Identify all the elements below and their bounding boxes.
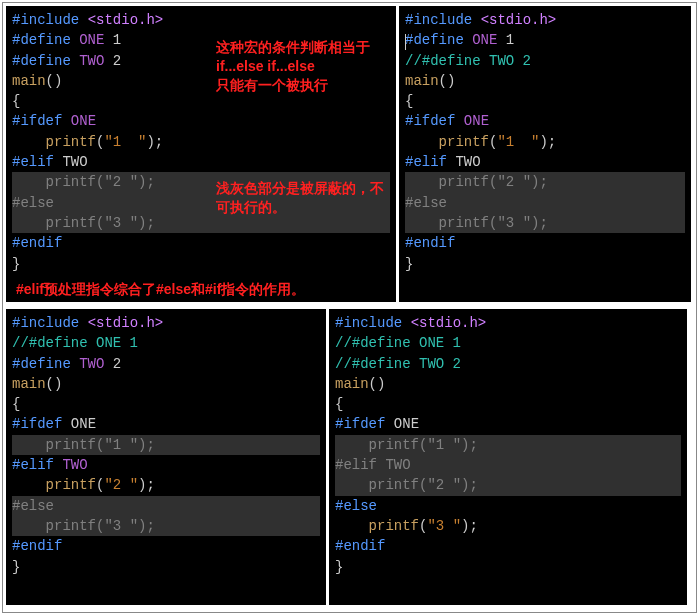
- else-directive: #else: [335, 498, 377, 514]
- code-panel-3: #include <stdio.h> //#define ONE 1 #defi…: [6, 309, 326, 605]
- brace-open: {: [405, 93, 413, 109]
- parens: (): [369, 376, 386, 392]
- elif-directive: #elif: [12, 154, 54, 170]
- include-header: <stdio.h>: [481, 12, 557, 28]
- string-literal: "2 ": [104, 477, 138, 493]
- text-caret: [405, 34, 406, 50]
- fn-main: main: [405, 73, 439, 89]
- define-directive: #define: [12, 53, 71, 69]
- fn-printf: printf: [439, 134, 489, 150]
- code-block-3: #include <stdio.h> //#define ONE 1 #defi…: [12, 313, 320, 577]
- commented-line: //#define ONE 1: [12, 335, 138, 351]
- include-directive: #include: [335, 315, 402, 331]
- macro-value: 1: [113, 32, 121, 48]
- inactive-code: printf("1 ");: [12, 435, 320, 455]
- inactive-code: #else: [405, 193, 685, 213]
- endif-directive: #endif: [12, 538, 62, 554]
- annotation-1: 这种宏的条件判断相当于 if...else if...else 只能有一个被执行: [216, 38, 376, 95]
- endif-directive: #endif: [405, 235, 455, 251]
- fn-printf: printf: [46, 477, 96, 493]
- ifdef-macro: ONE: [71, 113, 96, 129]
- inactive-code: #else: [12, 496, 320, 516]
- define-directive: #define: [12, 356, 71, 372]
- macro-value: 2: [113, 53, 121, 69]
- elif-directive: #elif: [405, 154, 447, 170]
- include-header: <stdio.h>: [411, 315, 487, 331]
- macro-name: TWO: [79, 356, 104, 372]
- brace-open: {: [335, 396, 343, 412]
- ifdef-directive: #ifdef: [12, 416, 62, 432]
- inactive-code: printf("2 ");: [405, 172, 685, 192]
- elif-macro: TWO: [62, 457, 87, 473]
- define-directive: #define: [405, 32, 464, 48]
- fn-main: main: [335, 376, 369, 392]
- code-panel-2: #include <stdio.h> #define ONE 1 //#defi…: [399, 6, 691, 302]
- inactive-code: printf("3 ");: [12, 516, 320, 536]
- macro-name: ONE: [472, 32, 497, 48]
- code-block-4: #include <stdio.h> //#define ONE 1 //#de…: [335, 313, 681, 577]
- string-literal: "3 ": [427, 518, 461, 534]
- annotation-3: #elif预处理指令综合了#else和#if指令的作用。: [16, 280, 386, 299]
- ifdef-directive: #ifdef: [12, 113, 62, 129]
- brace-close: }: [12, 559, 20, 575]
- include-header: <stdio.h>: [88, 12, 164, 28]
- ifdef-macro: ONE: [71, 416, 96, 432]
- parens: (): [46, 376, 63, 392]
- include-directive: #include: [12, 12, 79, 28]
- inactive-code: printf("3 ");: [405, 213, 685, 233]
- include-directive: #include: [405, 12, 472, 28]
- inactive-code: #elif TWO: [335, 455, 681, 475]
- code-panel-1: #include <stdio.h> #define ONE 1 #define…: [6, 6, 396, 302]
- macro-name: ONE: [79, 32, 104, 48]
- fn-printf: printf: [46, 134, 96, 150]
- macro-value: 1: [506, 32, 514, 48]
- fn-printf: printf: [369, 518, 419, 534]
- string-literal: "1 ": [497, 134, 539, 150]
- elif-directive: #elif: [12, 457, 54, 473]
- string-literal: "1 ": [104, 134, 146, 150]
- brace-close: }: [335, 559, 343, 575]
- page-container: #include <stdio.h> #define ONE 1 #define…: [2, 2, 697, 613]
- ifdef-directive: #ifdef: [405, 113, 455, 129]
- commented-line: //#define TWO 2: [335, 356, 461, 372]
- macro-value: 2: [113, 356, 121, 372]
- elif-macro: TWO: [62, 154, 87, 170]
- code-panel-4: #include <stdio.h> //#define ONE 1 //#de…: [329, 309, 687, 605]
- endif-directive: #endif: [12, 235, 62, 251]
- brace-open: {: [12, 396, 20, 412]
- include-header: <stdio.h>: [88, 315, 164, 331]
- annotation-2: 浅灰色部分是被屏蔽的，不可执行的。: [216, 179, 396, 217]
- commented-line: //#define TWO 2: [405, 53, 531, 69]
- bottom-row: #include <stdio.h> //#define ONE 1 #defi…: [6, 305, 693, 605]
- define-directive: #define: [12, 32, 71, 48]
- parens: (): [46, 73, 63, 89]
- brace-close: }: [405, 256, 413, 272]
- ifdef-macro: ONE: [394, 416, 419, 432]
- top-row: #include <stdio.h> #define ONE 1 #define…: [6, 6, 693, 302]
- fn-main: main: [12, 73, 46, 89]
- macro-name: TWO: [79, 53, 104, 69]
- commented-line: //#define ONE 1: [335, 335, 461, 351]
- brace-close: }: [12, 256, 20, 272]
- ifdef-macro: ONE: [464, 113, 489, 129]
- parens: (): [439, 73, 456, 89]
- ifdef-directive: #ifdef: [335, 416, 385, 432]
- brace-open: {: [12, 93, 20, 109]
- include-directive: #include: [12, 315, 79, 331]
- endif-directive: #endif: [335, 538, 385, 554]
- inactive-code: printf("1 ");: [335, 435, 681, 455]
- code-block-2: #include <stdio.h> #define ONE 1 //#defi…: [405, 10, 685, 274]
- elif-macro: TWO: [455, 154, 480, 170]
- inactive-code: printf("2 ");: [335, 475, 681, 495]
- fn-main: main: [12, 376, 46, 392]
